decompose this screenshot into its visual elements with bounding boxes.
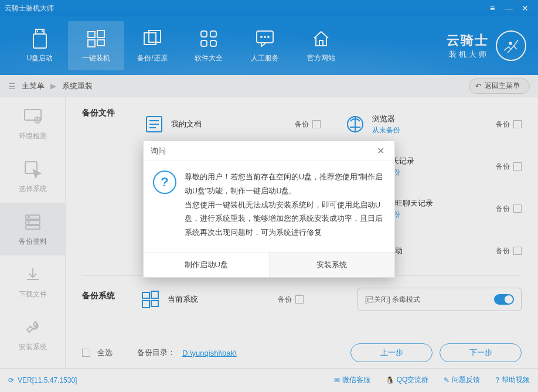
dialog: 询问 ✕ ? 尊敬的用户！若您当前存在空闲的U盘，推荐您使用"制作启动U盘"功能…: [143, 141, 395, 278]
dialog-install-button[interactable]: 安装系统: [269, 253, 395, 277]
dialog-body: ? 尊敬的用户！若您当前存在空闲的U盘，推荐您使用"制作启动U盘"功能，制作一键…: [144, 161, 394, 252]
dialog-title: 询问: [151, 146, 166, 156]
dialog-make-usb-button[interactable]: 制作启动U盘: [144, 253, 269, 277]
dialog-message: 尊敬的用户！若您当前存在空闲的U盘，推荐您使用"制作启动U盘"功能，制作一键启动…: [185, 171, 385, 240]
dialog-header: 询问 ✕: [144, 141, 394, 161]
dialog-close-button[interactable]: ✕: [373, 144, 387, 158]
dialog-footer: 制作启动U盘 安装系统: [144, 252, 394, 277]
modal-overlay: 询问 ✕ ? 尊敬的用户！若您当前存在空闲的U盘，推荐您使用"制作启动U盘"功能…: [0, 0, 538, 392]
question-icon: ?: [153, 171, 176, 194]
